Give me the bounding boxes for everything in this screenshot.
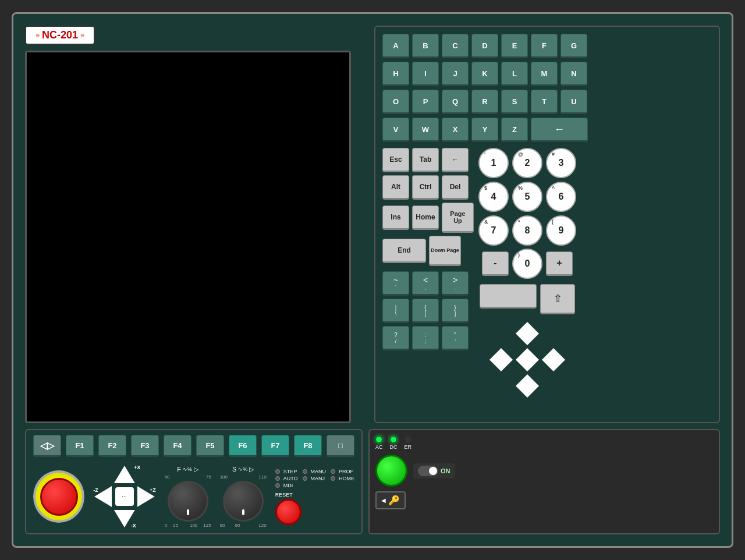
letter-row-1: A B C D E F G bbox=[382, 34, 712, 58]
mode-prof[interactable]: PROF bbox=[331, 469, 354, 474]
fkey-F8[interactable]: F8 bbox=[294, 435, 322, 457]
key-backspace[interactable]: ← bbox=[531, 118, 588, 142]
mode-auto[interactable]: AUTO bbox=[275, 476, 298, 481]
jog-xplus-button[interactable] bbox=[114, 466, 135, 483]
led-ac-label: AC bbox=[375, 444, 383, 450]
key-Q[interactable]: Q bbox=[442, 90, 469, 114]
key-U[interactable]: U bbox=[560, 90, 587, 114]
key-M[interactable]: M bbox=[531, 62, 558, 86]
arrow-down-button[interactable] bbox=[516, 374, 539, 398]
key-B[interactable]: B bbox=[412, 34, 439, 58]
key-5[interactable]: %5 bbox=[512, 182, 542, 212]
mode-mdi[interactable]: MDI bbox=[275, 483, 298, 488]
reset-red-button[interactable] bbox=[275, 499, 301, 525]
key-1[interactable]: '1 bbox=[478, 148, 509, 178]
power-section: AC DC ER bbox=[368, 429, 720, 534]
key-O[interactable]: O bbox=[382, 90, 409, 114]
key-end[interactable]: End bbox=[382, 239, 426, 263]
mode-step[interactable]: STEP bbox=[275, 469, 298, 474]
key-S[interactable]: S bbox=[501, 90, 528, 114]
key-plus[interactable]: + bbox=[546, 251, 573, 276]
key-lt[interactable]: <, bbox=[412, 271, 439, 296]
key-C[interactable]: C bbox=[442, 34, 469, 58]
mode-manu[interactable]: MANU bbox=[303, 469, 327, 474]
key-del[interactable]: Del bbox=[442, 175, 469, 200]
key-gt[interactable]: >. bbox=[442, 271, 469, 296]
key-G[interactable]: G bbox=[560, 34, 587, 58]
jog-center-button[interactable]: ⋯ bbox=[115, 487, 134, 506]
key-9[interactable]: (9 bbox=[546, 215, 576, 246]
speed-knob[interactable] bbox=[223, 481, 264, 522]
key-tab[interactable]: Tab bbox=[412, 148, 439, 172]
key-tilde[interactable]: ~` bbox=[382, 271, 409, 296]
key-4[interactable]: $4 bbox=[478, 182, 509, 212]
key-2[interactable]: @2 bbox=[512, 148, 542, 178]
key-I[interactable]: I bbox=[412, 62, 439, 86]
key-D[interactable]: D bbox=[471, 34, 498, 58]
key-colon[interactable]: :; bbox=[412, 326, 439, 350]
key-home[interactable]: Home bbox=[412, 205, 439, 230]
key-8[interactable]: *8 bbox=[512, 215, 542, 246]
arrow-up-button[interactable] bbox=[516, 322, 539, 345]
key-lbrace[interactable]: {[ bbox=[412, 299, 439, 323]
fkey-F1[interactable]: F1 bbox=[66, 435, 94, 457]
key-page-up[interactable]: PageUp bbox=[442, 203, 474, 233]
fkey-F4[interactable]: F4 bbox=[164, 435, 191, 457]
fkey-F3[interactable]: F3 bbox=[131, 435, 159, 457]
key-Z[interactable]: Z bbox=[501, 118, 528, 142]
key-A[interactable]: A bbox=[382, 34, 409, 58]
led-indicators: AC DC ER bbox=[375, 436, 713, 450]
key-R[interactable]: R bbox=[471, 90, 498, 114]
key-T[interactable]: T bbox=[531, 90, 558, 114]
key-L[interactable]: L bbox=[501, 62, 528, 86]
key-7[interactable]: &7 bbox=[478, 215, 509, 246]
key-minus[interactable]: - bbox=[482, 251, 509, 276]
key-left-arrow[interactable]: ← bbox=[442, 148, 469, 172]
key-ins[interactable]: Ins bbox=[382, 205, 409, 230]
key-P[interactable]: P bbox=[412, 90, 439, 114]
key-shift[interactable]: ⇧ bbox=[540, 284, 575, 314]
arrow-right-button[interactable] bbox=[542, 348, 565, 371]
mode-home[interactable]: HOME bbox=[331, 476, 354, 481]
key-ctrl[interactable]: Ctrl bbox=[412, 175, 439, 200]
power-toggle[interactable] bbox=[418, 466, 438, 476]
key-6[interactable]: ^6 bbox=[546, 182, 576, 212]
fkey-icon-right[interactable]: □ bbox=[327, 435, 354, 457]
emergency-stop-button[interactable] bbox=[33, 470, 84, 523]
key-H[interactable]: H bbox=[382, 62, 409, 86]
start-button[interactable] bbox=[375, 455, 407, 487]
key-3[interactable]: #3 bbox=[546, 148, 576, 178]
key-X[interactable]: X bbox=[442, 118, 469, 142]
key-N[interactable]: N bbox=[560, 62, 587, 86]
key-question[interactable]: ?/ bbox=[382, 326, 409, 350]
speed-scale-bottom: 8090120 bbox=[220, 523, 267, 528]
key-E[interactable]: E bbox=[501, 34, 528, 58]
key-J[interactable]: J bbox=[442, 62, 469, 86]
key-K[interactable]: K bbox=[471, 62, 498, 86]
arrow-center-button[interactable] bbox=[516, 348, 539, 371]
fkey-icon-left[interactable]: ◁▷ bbox=[33, 435, 61, 457]
letter-row-3: O P Q R S T U bbox=[382, 90, 712, 114]
key-esc[interactable]: Esc bbox=[382, 148, 409, 172]
key-gray-wide[interactable] bbox=[480, 284, 537, 309]
key-page-down[interactable]: Down Page bbox=[429, 236, 461, 266]
fkey-F7[interactable]: F7 bbox=[261, 435, 289, 457]
fkey-F6[interactable]: F6 bbox=[229, 435, 257, 457]
key-F[interactable]: F bbox=[531, 34, 558, 58]
fkey-F2[interactable]: F2 bbox=[98, 435, 126, 457]
key-rbrace[interactable]: }] bbox=[442, 299, 469, 323]
key-pipe[interactable]: |\ bbox=[382, 299, 409, 323]
key-W[interactable]: W bbox=[412, 118, 439, 142]
key-quote[interactable]: "' bbox=[442, 326, 469, 350]
key-V[interactable]: V bbox=[382, 118, 409, 142]
key-Y[interactable]: Y bbox=[471, 118, 498, 142]
red-mushroom-button[interactable] bbox=[40, 478, 78, 516]
feed-rate-knob[interactable] bbox=[168, 481, 208, 522]
fkey-F5[interactable]: F5 bbox=[196, 435, 224, 457]
led-ac: AC bbox=[375, 436, 383, 450]
arrow-left-button[interactable] bbox=[489, 348, 513, 371]
key-switch-panel[interactable]: ◀ 🔑 bbox=[375, 491, 406, 509]
key-alt[interactable]: Alt bbox=[382, 175, 409, 200]
key-0[interactable]: )0 bbox=[512, 249, 542, 279]
mode-manj[interactable]: MANJ bbox=[303, 476, 327, 481]
